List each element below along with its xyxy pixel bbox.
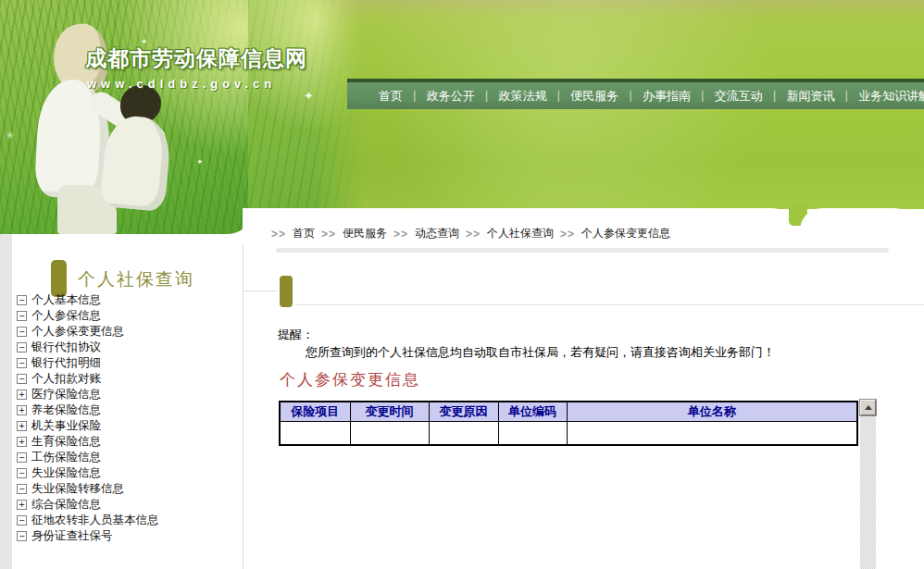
- column-header: 单位名称: [567, 402, 857, 421]
- column-header: 保险项目: [280, 402, 350, 421]
- breadcrumb-arrow-icon: >>: [321, 228, 336, 241]
- sidebar-item[interactable]: +养老保险信息: [17, 402, 239, 418]
- page: ✦ ✦ ✳ ✦ 成都市劳动保障信息网 www.cdldbz.gov.cn 首页｜…: [0, 0, 924, 569]
- sidebar-item[interactable]: −个人基本信息: [17, 292, 239, 308]
- table-cell: [498, 421, 567, 445]
- sidebar-item-label: 征地农转非人员基本信息: [31, 513, 159, 528]
- sidebar-item[interactable]: +机关事业保险: [17, 418, 239, 434]
- tree-minus-icon[interactable]: −: [17, 311, 27, 321]
- breadcrumb-link[interactable]: 个人社保查询: [487, 226, 554, 241]
- table-cell: [429, 421, 498, 445]
- nav-item-4[interactable]: 便民服务: [565, 88, 624, 105]
- results-table: 保险项目变更时间变更原因单位编码单位名称: [279, 401, 858, 446]
- tree-minus-icon[interactable]: −: [17, 452, 27, 463]
- nav-separator: ｜: [696, 88, 709, 104]
- notice-block: 提醒： 您所查询到的个人社保信息均自动取自市社保局，若有疑问，请直接咨询相关业务…: [278, 326, 775, 361]
- breadcrumb-link[interactable]: 动态查询: [415, 226, 459, 241]
- nav-separator: ｜: [768, 88, 781, 104]
- section-marker-line-right: [295, 304, 924, 305]
- sidebar-item[interactable]: −工伤保险信息: [17, 450, 239, 465]
- header-right-tab: [800, 208, 917, 236]
- main-nav: 首页｜政务公开｜政策法规｜便民服务｜办事指南｜交流互动｜新闻资讯｜业务知识讲解: [347, 79, 924, 109]
- section-marker-line-left: [243, 291, 278, 291]
- sidebar-item[interactable]: −个人参保变更信息: [17, 324, 239, 340]
- tree-minus-icon[interactable]: −: [17, 342, 27, 353]
- scrollbar-track[interactable]: [860, 416, 876, 569]
- sidebar-item-label: 银行代扣协议: [31, 340, 101, 355]
- sidebar-item[interactable]: +医疗保险信息: [17, 387, 239, 402]
- sparkle-icon: ✦: [304, 89, 314, 103]
- tree-minus-icon[interactable]: −: [17, 468, 27, 478]
- nav-item-2[interactable]: 政务公开: [421, 88, 481, 105]
- tree-minus-icon[interactable]: −: [17, 374, 27, 384]
- sidebar-item-label: 个人参保信息: [31, 308, 101, 324]
- nav-item-1[interactable]: 首页: [373, 88, 408, 105]
- sidebar-item[interactable]: −征地农转非人员基本信息: [17, 513, 239, 528]
- header-photo: ✦ ✦ ✳: [0, 0, 252, 234]
- table-cell: [350, 421, 429, 445]
- tree-minus-icon[interactable]: −: [17, 358, 27, 368]
- table-row: [280, 421, 857, 445]
- sidebar-item-label: 机关事业保险: [31, 418, 101, 434]
- nav-item-3[interactable]: 政策法规: [493, 88, 553, 105]
- column-header: 变更原因: [429, 402, 498, 421]
- sidebar-item-label: 养老保险信息: [31, 402, 101, 418]
- breadcrumb-link[interactable]: 首页: [293, 226, 315, 241]
- table-body: [280, 421, 857, 445]
- arrow-up-icon: [865, 405, 872, 410]
- tree-minus-icon[interactable]: −: [17, 327, 27, 337]
- tree-plus-icon[interactable]: +: [17, 390, 27, 400]
- notice-label: 提醒：: [278, 326, 775, 343]
- breadcrumb: >>首页>>便民服务>>动态查询>>个人社保查询>>个人参保变更信息: [271, 226, 670, 241]
- breadcrumb-arrow-icon: >>: [466, 228, 481, 241]
- sidebar-item[interactable]: −个人参保信息: [17, 308, 239, 324]
- sidebar-item-label: 个人基本信息: [31, 292, 101, 308]
- sidebar-item-label: 身份证查社保号: [31, 528, 113, 544]
- nav-separator: ｜: [481, 88, 493, 104]
- sidebar-item-label: 生育保险信息: [31, 434, 101, 450]
- sidebar-item[interactable]: +综合保险信息: [17, 497, 239, 513]
- sidebar-item[interactable]: −失业保险信息: [17, 465, 239, 481]
- table-scrollbar[interactable]: [860, 400, 876, 569]
- sidebar-item-label: 工伤保险信息: [31, 450, 101, 465]
- nav-item-7[interactable]: 新闻资讯: [781, 88, 841, 105]
- tree-minus-icon[interactable]: −: [17, 484, 27, 494]
- sidebar-title-marker: [51, 260, 67, 297]
- tree-minus-icon[interactable]: −: [17, 515, 27, 526]
- sidebar-item[interactable]: −失业保险转移信息: [17, 481, 239, 497]
- nav-separator: ｜: [553, 88, 566, 104]
- tree-plus-icon[interactable]: +: [17, 500, 27, 510]
- nav-separator: ｜: [408, 88, 421, 104]
- sidebar-item-label: 银行代扣明细: [31, 355, 101, 371]
- notice-text: 您所查询到的个人社保信息均自动取自市社保局，若有疑问，请直接咨询相关业务部门！: [306, 343, 775, 361]
- sidebar-item-label: 个人扣款对账: [31, 371, 101, 387]
- nav-item-6[interactable]: 交流互动: [709, 88, 768, 105]
- nav-item-5[interactable]: 办事指南: [637, 88, 696, 105]
- tree-plus-icon[interactable]: +: [17, 421, 27, 431]
- sidebar-item[interactable]: −银行代扣明细: [17, 355, 239, 371]
- nav-item-8[interactable]: 业务知识讲解: [853, 88, 924, 105]
- sidebar-tree: −个人基本信息−个人参保信息−个人参保变更信息−银行代扣协议−银行代扣明细−个人…: [17, 292, 239, 544]
- left-edge-strip: [0, 234, 12, 569]
- sidebar-item-label: 综合保险信息: [31, 497, 101, 513]
- scroll-up-button[interactable]: [860, 400, 876, 415]
- sidebar-item[interactable]: −身份证查社保号: [17, 528, 239, 544]
- tree-plus-icon[interactable]: +: [17, 437, 27, 447]
- section-marker-bar: [280, 276, 293, 307]
- breadcrumb-link[interactable]: 便民服务: [343, 226, 387, 241]
- tree-plus-icon[interactable]: +: [17, 405, 27, 415]
- sidebar-item[interactable]: −银行代扣协议: [17, 340, 239, 355]
- tree-minus-icon[interactable]: −: [17, 295, 27, 305]
- sidebar-item-label: 失业保险转移信息: [31, 481, 124, 497]
- nav-separator: ｜: [624, 88, 637, 104]
- sidebar-item-label: 医疗保险信息: [31, 387, 101, 402]
- tree-minus-icon[interactable]: −: [17, 531, 27, 541]
- breadcrumb-arrow-icon: >>: [271, 228, 286, 241]
- sidebar-item[interactable]: −个人扣款对账: [17, 371, 239, 387]
- sidebar-item-label: 失业保险信息: [31, 465, 101, 481]
- sidebar-content-divider: [243, 245, 243, 569]
- sidebar-item[interactable]: +生育保险信息: [17, 434, 239, 450]
- breadcrumb-link[interactable]: 个人参保变更信息: [581, 226, 670, 241]
- photo-child-body: [100, 114, 172, 212]
- sparkle-icon: ✦: [196, 157, 204, 167]
